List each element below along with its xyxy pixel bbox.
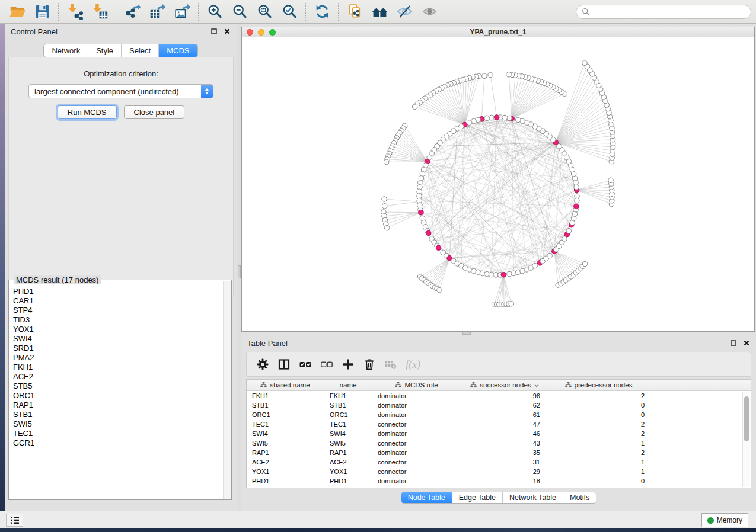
column-header-name[interactable]: name bbox=[324, 380, 372, 390]
close-panel-icon[interactable] bbox=[743, 339, 750, 347]
tab-network-table[interactable]: Network Table bbox=[502, 492, 563, 503]
tab-network[interactable]: Network bbox=[44, 44, 88, 57]
close-panel-icon[interactable] bbox=[224, 28, 231, 35]
table-cell: 31 bbox=[461, 457, 548, 467]
refresh-icon bbox=[314, 3, 331, 20]
table-row[interactable]: ORC1ORC1dominator610 bbox=[247, 410, 751, 419]
table-row[interactable]: STB1STB1dominator620 bbox=[247, 400, 751, 410]
table-row[interactable]: YOX1YOX1connector291 bbox=[247, 467, 751, 476]
mcds-result-item[interactable]: FKH1 bbox=[9, 363, 223, 372]
table-row[interactable]: SWI5SWI5connector431 bbox=[247, 438, 751, 448]
tab-node-table[interactable]: Node Table bbox=[401, 492, 452, 503]
run-mcds-button[interactable]: Run MCDS bbox=[58, 105, 117, 119]
mcds-result-item[interactable]: TID3 bbox=[9, 315, 223, 325]
zoom-fit-button[interactable] bbox=[252, 1, 277, 23]
mcds-result-item[interactable]: RAP1 bbox=[9, 400, 223, 410]
table-settings-gear-icon[interactable] bbox=[256, 358, 269, 371]
mcds-result-item[interactable]: ORC1 bbox=[9, 391, 223, 400]
table-tree-icon bbox=[260, 382, 267, 389]
splitter-grip[interactable] bbox=[238, 265, 241, 278]
column-header-successor-nodes[interactable]: successor nodes bbox=[461, 380, 548, 390]
criterion-dropdown[interactable]: largest connected component (undirected) bbox=[28, 84, 213, 98]
zoom-out-button[interactable] bbox=[227, 1, 252, 23]
duplicate-network-button[interactable] bbox=[342, 1, 367, 23]
houses-icon bbox=[371, 3, 388, 20]
show-all-button[interactable] bbox=[417, 1, 442, 23]
mcds-result-item[interactable]: SRD1 bbox=[9, 344, 223, 353]
sort-chevron-icon bbox=[534, 382, 539, 389]
tab-style[interactable]: Style bbox=[88, 44, 121, 57]
delete-column-trash-icon[interactable] bbox=[363, 358, 376, 371]
tab-select[interactable]: Select bbox=[121, 44, 158, 57]
task-history-button[interactable] bbox=[6, 514, 23, 527]
network-window-titlebar[interactable]: YPA_prune.txt_1 bbox=[242, 27, 754, 37]
mcds-result-item[interactable]: ACE2 bbox=[9, 372, 223, 382]
vertical-splitter[interactable] bbox=[237, 24, 241, 511]
table-row[interactable]: ACE2ACE2connector311 bbox=[247, 457, 751, 467]
splitter-grip[interactable] bbox=[462, 332, 471, 335]
scrollbar-thumb[interactable] bbox=[744, 396, 749, 441]
mcds-result-item[interactable]: GCR1 bbox=[9, 438, 223, 448]
mcds-result-item[interactable]: PHD1 bbox=[9, 287, 223, 296]
close-window-icon[interactable] bbox=[247, 29, 253, 36]
control-panel-title: Control Panel bbox=[11, 27, 58, 36]
mcds-result-item[interactable]: YOX1 bbox=[9, 325, 223, 334]
column-header-shared-name[interactable]: shared name bbox=[247, 380, 324, 390]
mcds-result-list[interactable]: PHD1CAR1STP4TID3YOX1SWI4SRD1PMA2FKH1ACE2… bbox=[9, 281, 223, 499]
export-table-button[interactable] bbox=[145, 1, 170, 23]
float-panel-icon[interactable] bbox=[210, 28, 218, 35]
mcds-result-item[interactable]: STP4 bbox=[9, 306, 223, 315]
column-header-predecessor-nodes[interactable]: predecessor nodes bbox=[548, 380, 649, 390]
column-header-mcds-role[interactable]: MCDS role bbox=[372, 380, 461, 390]
float-panel-icon[interactable] bbox=[730, 339, 737, 347]
table-scrollbar[interactable] bbox=[742, 392, 750, 487]
toolbar-separator bbox=[198, 3, 199, 21]
mcds-result-item[interactable]: TEC1 bbox=[9, 429, 223, 438]
toolbar-separator bbox=[338, 3, 339, 21]
export-network-button[interactable] bbox=[120, 1, 145, 23]
tab-edge-table[interactable]: Edge Table bbox=[452, 492, 502, 503]
mcds-list-scrollbar[interactable] bbox=[223, 281, 231, 499]
export-image-button[interactable] bbox=[170, 1, 194, 23]
deselect-all-icon[interactable] bbox=[320, 358, 333, 371]
open-file-button[interactable] bbox=[5, 1, 30, 23]
search-input-box[interactable] bbox=[576, 5, 751, 19]
export-image-icon bbox=[174, 3, 191, 20]
table-cell: dominator bbox=[372, 391, 461, 400]
table-row[interactable]: PHD1PHD1dominator180 bbox=[247, 476, 751, 486]
mcds-result-item[interactable]: CAR1 bbox=[9, 296, 223, 306]
import-network-button[interactable] bbox=[62, 1, 87, 23]
table-row[interactable]: TEC1TEC1connector472 bbox=[247, 419, 751, 429]
add-column-plus-icon[interactable] bbox=[342, 358, 355, 371]
mcds-result-item[interactable]: STB1 bbox=[9, 410, 223, 419]
first-neighbors-button[interactable] bbox=[367, 1, 392, 23]
import-table-button[interactable] bbox=[87, 1, 112, 23]
maximize-window-icon[interactable] bbox=[269, 29, 276, 36]
minimize-window-icon[interactable] bbox=[258, 29, 264, 36]
refresh-view-button[interactable] bbox=[310, 1, 334, 23]
table-row[interactable]: SWI4SWI4dominator462 bbox=[247, 429, 751, 438]
select-all-icon[interactable] bbox=[299, 358, 312, 371]
table-tree-icon bbox=[565, 382, 572, 389]
tab-mcds[interactable]: MCDS bbox=[158, 44, 197, 57]
mcds-result-item[interactable]: SWI4 bbox=[9, 334, 223, 344]
zoom-selected-button[interactable] bbox=[277, 1, 302, 23]
close-panel-button[interactable]: Close panel bbox=[124, 105, 185, 119]
search-input[interactable] bbox=[590, 8, 745, 16]
table-row[interactable]: FKH1FKH1dominator962 bbox=[247, 391, 751, 400]
table-row[interactable]: RAP1RAP1dominator352 bbox=[247, 448, 751, 457]
table-cell: SWI5 bbox=[324, 438, 372, 448]
mcds-result-item[interactable]: PMA2 bbox=[9, 353, 223, 363]
hide-selected-button[interactable] bbox=[392, 1, 417, 23]
tab-motifs[interactable]: Motifs bbox=[563, 492, 596, 503]
show-columns-icon[interactable] bbox=[277, 358, 291, 371]
zoom-in-button[interactable] bbox=[202, 1, 227, 23]
desktop-wallpaper-strip bbox=[0, 528, 756, 532]
mcds-result-item[interactable]: STB5 bbox=[9, 382, 223, 391]
save-session-button[interactable] bbox=[30, 1, 55, 23]
mcds-result-item[interactable]: SWI5 bbox=[9, 419, 223, 429]
network-canvas[interactable] bbox=[242, 37, 754, 331]
memory-status-icon bbox=[707, 517, 714, 524]
memory-button[interactable]: Memory bbox=[701, 513, 748, 527]
column-header-filler bbox=[649, 380, 751, 390]
